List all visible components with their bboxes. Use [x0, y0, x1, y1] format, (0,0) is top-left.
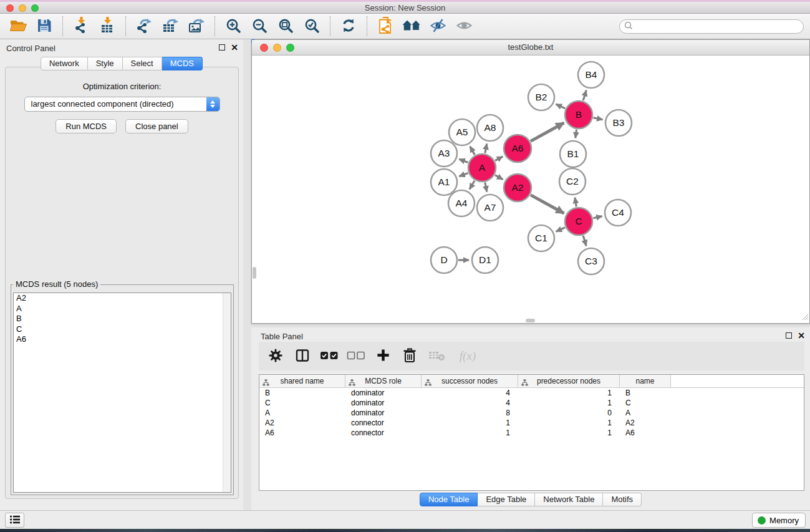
table-cell[interactable]: C: [620, 398, 671, 408]
export-network-button[interactable]: [131, 16, 157, 37]
column-header-shared-name[interactable]: shared name: [259, 375, 345, 387]
tab-network[interactable]: Network: [41, 57, 88, 70]
table-row[interactable]: Bdominator41B: [259, 388, 804, 398]
result-list-item[interactable]: A6: [14, 334, 231, 345]
tree-icon: [263, 377, 269, 390]
table-cell[interactable]: dominator: [345, 408, 422, 418]
eye-slash-button[interactable]: [425, 16, 451, 37]
table-cell[interactable]: A2: [259, 418, 345, 428]
canvas-vertical-scrollbar[interactable]: [253, 267, 256, 279]
result-list-item[interactable]: C: [14, 324, 231, 335]
column-header-name[interactable]: name: [620, 375, 671, 387]
table-cell[interactable]: A6: [259, 428, 345, 438]
table-cell[interactable]: 8: [422, 408, 518, 418]
select-all-button[interactable]: [320, 346, 339, 366]
export-image-button[interactable]: [183, 16, 210, 37]
search-input[interactable]: [633, 20, 803, 33]
zoom-out-button[interactable]: [246, 16, 272, 37]
double-house-button[interactable]: [398, 16, 425, 37]
column-header-successor-nodes[interactable]: successor nodes: [422, 375, 518, 387]
criterion-select[interactable]: largest connected component (directed): [24, 97, 220, 112]
tab-motifs[interactable]: Motifs: [603, 493, 642, 506]
export-table-button[interactable]: [157, 16, 183, 37]
table-cell[interactable]: C: [259, 398, 345, 408]
result-list-item[interactable]: B: [14, 314, 231, 324]
tab-edge-table[interactable]: Edge Table: [478, 493, 535, 506]
table-cell[interactable]: 4: [422, 388, 518, 398]
columns-button[interactable]: [293, 346, 312, 366]
table-panel-float-button[interactable]: [786, 332, 792, 339]
table-row[interactable]: Cdominator41C: [259, 398, 804, 408]
resize-grip-icon[interactable]: [800, 312, 809, 322]
zoom-fit-button[interactable]: [272, 16, 299, 37]
column-header-predecessor-nodes[interactable]: predecessor nodes: [518, 375, 620, 387]
table-cell[interactable]: A6: [620, 428, 671, 438]
result-list-item[interactable]: A: [14, 304, 231, 314]
plus-button[interactable]: [374, 346, 392, 366]
network-graph[interactable]: B4B2BB3A8A5A6A3B1AA1C2A2A4A7C4CC1C3DD1: [253, 56, 809, 319]
save-session-button[interactable]: [31, 16, 57, 37]
memory-button[interactable]: Memory: [752, 513, 806, 528]
table-row[interactable]: A2connector11A2: [259, 418, 804, 428]
table-cell[interactable]: 1: [518, 418, 620, 428]
table-cell[interactable]: 0: [518, 408, 620, 418]
open-session-icon: [10, 18, 27, 35]
trash-button[interactable]: [400, 346, 419, 366]
import-table-button[interactable]: [94, 16, 120, 37]
table-cell[interactable]: 4: [422, 398, 518, 408]
table-cell[interactable]: 1: [422, 428, 518, 438]
table-row[interactable]: A6connector11A6: [259, 428, 804, 438]
select-all-icon: [320, 350, 339, 363]
gear-button[interactable]: [266, 346, 285, 366]
canvas-horizontal-scrollbar[interactable]: [526, 319, 535, 322]
table-panel-close-button[interactable]: ✕: [798, 332, 805, 339]
close-panel-button[interactable]: Close panel: [125, 119, 188, 133]
export-network-icon: [136, 17, 153, 36]
table-cell[interactable]: 1: [518, 398, 620, 408]
network-canvas[interactable]: B4B2BB3A8A5A6A3B1AA1C2A2A4A7C4CC1C3DD1: [253, 56, 809, 319]
result-list-scrollbar[interactable]: [223, 293, 231, 492]
svg-text:D1: D1: [479, 254, 491, 265]
import-network-button[interactable]: [68, 16, 94, 37]
table-cell[interactable]: A2: [620, 418, 671, 428]
table-cell[interactable]: connector: [345, 428, 422, 438]
result-list-item[interactable]: A2: [14, 293, 231, 304]
table-cell[interactable]: 1: [518, 388, 620, 398]
mcds-result-list[interactable]: A2ABCA6: [13, 293, 231, 493]
node-table[interactable]: shared nameMCDS rolesuccessor nodesprede…: [259, 374, 804, 491]
open-session-button[interactable]: [5, 16, 31, 37]
zoom-selected-button[interactable]: [299, 16, 325, 37]
search-field[interactable]: [619, 19, 804, 34]
svg-text:A1: A1: [438, 177, 450, 187]
table-cell[interactable]: dominator: [345, 398, 422, 408]
table-cell[interactable]: dominator: [345, 388, 422, 398]
deselect-all-button[interactable]: [347, 346, 365, 366]
document-share-button[interactable]: [372, 16, 398, 37]
run-mcds-button[interactable]: Run MCDS: [55, 119, 117, 133]
tab-network-table[interactable]: Network Table: [535, 493, 603, 506]
table-cell[interactable]: A: [259, 408, 345, 418]
task-history-button[interactable]: [5, 513, 24, 528]
memory-label: Memory: [769, 516, 799, 525]
tab-style[interactable]: Style: [88, 57, 123, 70]
tree-icon: [349, 377, 355, 390]
table-cell[interactable]: 1: [422, 418, 518, 428]
column-header-MCDS-role[interactable]: MCDS role: [345, 375, 422, 387]
tab-node-table[interactable]: Node Table: [420, 493, 478, 506]
table-cell[interactable]: connector: [345, 418, 422, 428]
tab-select[interactable]: Select: [123, 57, 162, 70]
memory-status-icon: [758, 516, 766, 525]
trash-icon: [403, 348, 417, 365]
tab-mcds[interactable]: MCDS: [162, 57, 203, 70]
table-cell[interactable]: A: [620, 408, 671, 418]
table-row[interactable]: Adominator80A: [259, 408, 804, 418]
eye-button[interactable]: [451, 16, 477, 37]
zoom-in-button[interactable]: [220, 16, 246, 37]
control-panel-close-button[interactable]: ✕: [231, 44, 238, 51]
table-cell[interactable]: 1: [518, 428, 620, 438]
table-cell[interactable]: B: [620, 388, 671, 398]
refresh-button[interactable]: [335, 16, 362, 37]
deselect-all-icon: [347, 350, 365, 363]
control-panel-float-button[interactable]: [219, 44, 225, 51]
table-cell[interactable]: B: [259, 388, 345, 398]
